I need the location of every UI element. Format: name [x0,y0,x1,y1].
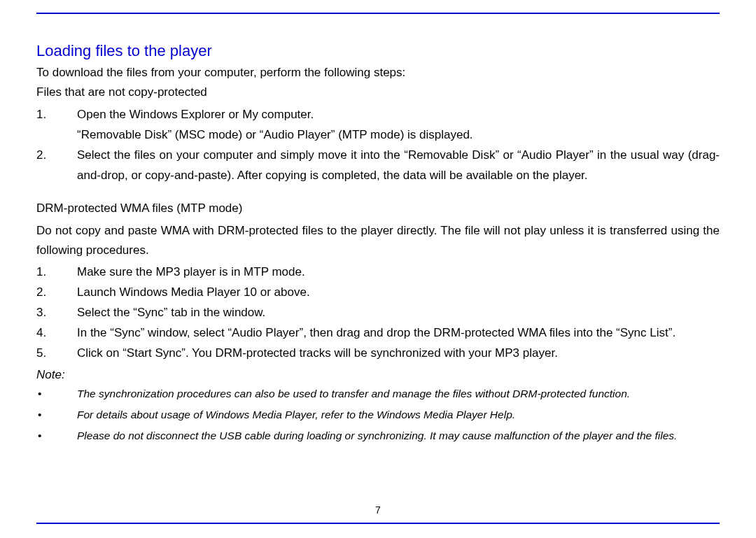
list-number [36,125,77,146]
list-item: 5. Click on “Start Sync”. You DRM-protec… [36,344,720,364]
list-text: Open the Windows Explorer or My computer… [77,105,720,125]
note-item: • Please do not disconnect the USB cable… [36,425,720,446]
section-b-title: DRM-protected WMA files (MTP mode) [36,201,720,215]
list-item: 1. Make sure the MP3 player is in MTP mo… [36,262,720,283]
list-item: “Removable Disk” (MSC mode) or “Audio Pl… [36,125,720,146]
list-text: In the “Sync” window, select “Audio Play… [77,323,720,344]
list-item: 3. Select the “Sync” tab in the window. [36,303,720,323]
bottom-divider [36,523,720,524]
note-label: Note: [36,368,720,382]
top-divider [36,13,720,14]
list-number: 1. [36,105,77,125]
list-number: 1. [36,262,77,283]
list-number: 4. [36,323,77,344]
list-text: Launch Windows Media Player 10 or above. [77,283,720,303]
list-text: Make sure the MP3 player is in MTP mode. [77,262,720,283]
note-list: • The synchronization procedures can als… [36,383,720,447]
section-heading: Loading files to the player [36,42,720,60]
note-text: Please do not disconnect the USB cable d… [77,425,720,446]
section-b-list: 1. Make sure the MP3 player is in MTP mo… [36,262,720,363]
section-b-para: Do not copy and paste WMA with DRM-prote… [36,221,720,262]
list-item: 1. Open the Windows Explorer or My compu… [36,105,720,125]
list-item: 2. Select the files on your computer and… [36,146,720,186]
list-number: 2. [36,283,77,303]
list-number: 2. [36,146,77,186]
list-text: Select the “Sync” tab in the window. [77,303,720,323]
bullet-icon: • [36,404,77,425]
list-number: 5. [36,344,77,364]
list-text: Select the files on your computer and si… [77,146,720,186]
section-a-title: Files that are not copy-protected [36,85,720,99]
intro-text: To download the files from your computer… [36,66,720,80]
note-text: For details about usage of Windows Media… [77,404,720,425]
bullet-icon: • [36,383,77,404]
bullet-icon: • [36,425,77,446]
list-item: 4. In the “Sync” window, select “Audio P… [36,323,720,344]
note-item: • For details about usage of Windows Med… [36,404,720,425]
page-number: 7 [0,504,756,516]
list-text: Click on “Start Sync”. You DRM-protected… [77,344,720,364]
list-item: 2. Launch Windows Media Player 10 or abo… [36,283,720,303]
list-number: 3. [36,303,77,323]
note-text: The synchronization procedures can also … [77,383,720,404]
list-text: “Removable Disk” (MSC mode) or “Audio Pl… [77,125,720,146]
note-item: • The synchronization procedures can als… [36,383,720,404]
section-a-list: 1. Open the Windows Explorer or My compu… [36,105,720,186]
